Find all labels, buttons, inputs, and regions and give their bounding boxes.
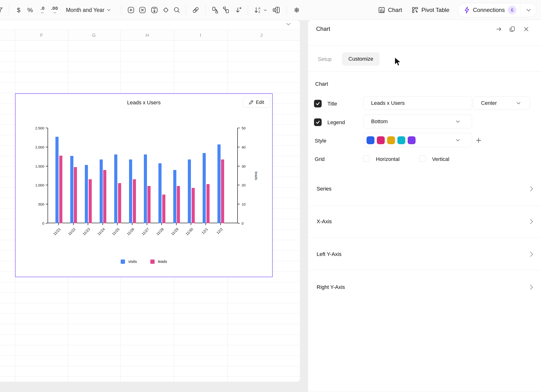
toolbar-separator [9, 5, 9, 15]
divider [308, 45, 541, 46]
style-label: Style [315, 138, 326, 144]
chart-icon [378, 6, 385, 14]
section-left-y-axis[interactable]: Left Y-Axis [315, 245, 535, 264]
connections-button[interactable]: Connections 6 [458, 3, 537, 17]
column-header-J[interactable]: J [260, 30, 263, 41]
column-header-H[interactable]: H [146, 30, 149, 41]
chart-mode-label: Chart [388, 7, 402, 13]
title-input[interactable] [363, 96, 472, 110]
link-icon[interactable] [191, 0, 200, 20]
edit-label: Edit [256, 100, 264, 105]
style-swatch-5 [408, 136, 416, 144]
column-header-row: FGHIJ [0, 30, 300, 41]
connections-dropdown[interactable] [520, 9, 537, 11]
checkmark-icon [315, 120, 320, 125]
delete-cell-icon[interactable] [138, 0, 147, 20]
mouse-cursor [394, 57, 402, 67]
legend-swatch [150, 260, 155, 264]
chart-card[interactable]: Leads x Users Edit 05001,0001,5002,0002,… [15, 93, 273, 277]
decrease-decimal-icon[interactable]: .0← [37, 0, 48, 20]
close-icon[interactable] [522, 25, 530, 33]
connections-label: Connections [473, 7, 505, 13]
lightning-icon [464, 6, 470, 14]
percent-icon[interactable]: % [25, 0, 35, 20]
pencil-icon [249, 100, 254, 105]
spreadsheet: FGHIJ Leads x Users Edit 05001,0001,5002… [0, 20, 300, 382]
toolbar-separator [248, 5, 248, 15]
collapse-chevron-icon[interactable] [286, 22, 291, 26]
chart-panel: Chart Setup Customize Chart Title Center [308, 20, 541, 392]
divider [308, 237, 541, 237]
chevron-down-icon [526, 9, 531, 11]
legend-item-visits: visits [121, 260, 137, 264]
tab-customize[interactable]: Customize [342, 52, 380, 66]
toolbar-separator [121, 5, 121, 15]
grid-vertical-label: Vertical [432, 156, 449, 162]
style-dropdown[interactable] [363, 133, 472, 147]
right-axis-label: leads [254, 171, 258, 180]
plus-icon [476, 137, 482, 143]
eraser-icon[interactable] [161, 0, 171, 20]
insert-cell-icon[interactable] [126, 0, 136, 20]
edit-button[interactable]: Edit [243, 97, 270, 107]
tab-setup[interactable]: Setup [318, 56, 332, 62]
fill-right-icon[interactable] [221, 0, 231, 20]
insert-row-icon[interactable] [150, 0, 159, 20]
legend-position-dropdown[interactable]: Bottom [363, 115, 472, 128]
legend-item-leads: leads [150, 260, 167, 264]
title-checkbox[interactable] [314, 100, 322, 107]
legend-position-value: Bottom [371, 118, 388, 125]
currency-icon[interactable]: $ [14, 0, 23, 20]
grid-vertical-checkbox[interactable] [419, 155, 426, 162]
divider [308, 270, 541, 270]
svg-text:Z: Z [258, 10, 260, 14]
chevron-down-icon [456, 120, 460, 123]
chevron-down-icon [107, 9, 111, 11]
column-header-G[interactable]: G [92, 30, 96, 41]
chart-title: Leads x Users [16, 100, 272, 106]
checkmark-icon [315, 101, 320, 106]
toolbar: $ % .0← .00→ Month and Year [0, 0, 541, 20]
sort-icon[interactable]: AZ [252, 0, 269, 20]
search-icon[interactable] [172, 0, 182, 20]
chevron-right-icon [530, 284, 533, 290]
clear-down-icon[interactable] [234, 0, 243, 20]
number-format-dropdown[interactable]: Month and Year [63, 0, 114, 20]
increase-decimal-icon[interactable]: .00→ [49, 0, 60, 20]
section-right-y-axis[interactable]: Right Y-Axis [315, 278, 535, 297]
number-format-label: Month and Year [66, 7, 104, 13]
chevron-right-icon [530, 186, 533, 192]
divider [308, 206, 541, 206]
freeze-icon[interactable]: ❄ [292, 0, 302, 20]
chevron-down-icon [456, 139, 460, 141]
panel-title: Chart [316, 26, 330, 32]
style-swatch-1 [367, 136, 374, 144]
chart-mode-button[interactable]: Chart [376, 0, 404, 20]
add-column-icon[interactable] [272, 0, 281, 20]
chevron-down-icon [264, 9, 267, 11]
title-align-dropdown[interactable]: Center [473, 96, 530, 110]
duplicate-icon[interactable] [508, 25, 516, 33]
toolbar-separator [206, 5, 206, 15]
pivot-table-button[interactable]: Pivot Table [408, 0, 453, 20]
grid-horizontal-checkbox[interactable] [363, 155, 370, 162]
legend-checkbox[interactable] [314, 118, 322, 126]
column-header-F[interactable]: F [40, 30, 43, 41]
fill-down-icon[interactable] [210, 0, 220, 20]
section-series[interactable]: Series [315, 179, 535, 198]
grid-horizontal-label: Horizontal [376, 156, 400, 162]
toolbar-separator [287, 5, 287, 15]
style-swatch-3 [387, 136, 395, 144]
chart-legend: visitsleads [16, 260, 272, 264]
column-header-I[interactable]: I [200, 30, 201, 41]
divider [308, 71, 541, 72]
add-style-button[interactable] [475, 136, 483, 144]
title-align-value: Center [481, 100, 497, 106]
chart-section-heading: Chart [315, 81, 328, 87]
chevron-right-icon [530, 219, 533, 224]
filter-partial-icon[interactable] [0, 0, 3, 20]
section-x-axis[interactable]: X-Axis [315, 212, 535, 231]
style-swatch-4 [397, 136, 405, 144]
app-window: $ % .0← .00→ Month and Year [0, 0, 541, 392]
popout-icon[interactable] [495, 25, 503, 33]
